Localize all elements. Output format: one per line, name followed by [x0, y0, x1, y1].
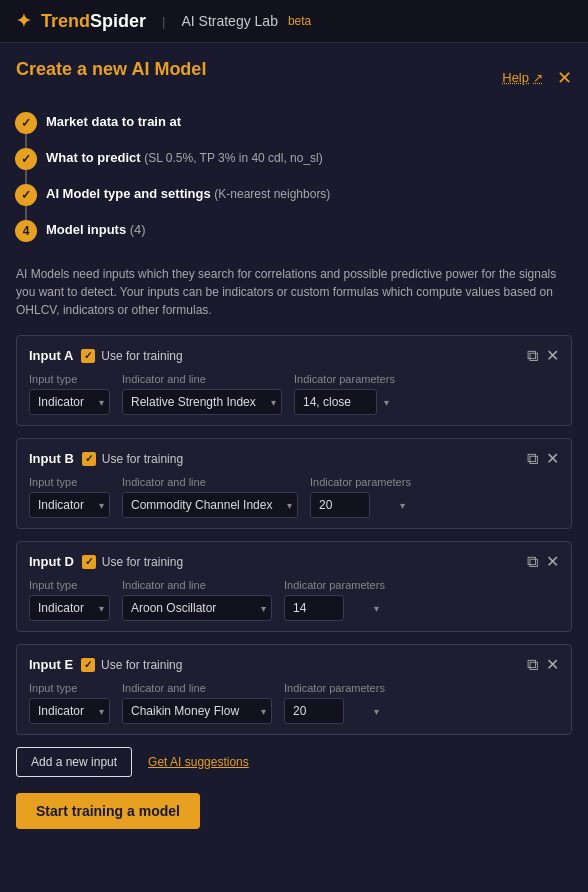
- params-select-d[interactable]: 14: [284, 595, 344, 621]
- input-header-left-e: Input E ✓ Use for training: [29, 657, 182, 672]
- type-label-e: Input type: [29, 682, 110, 694]
- type-label-d: Input type: [29, 579, 110, 591]
- checkbox-e: ✓ Use for training: [81, 658, 182, 672]
- field-group-indicator-e: Indicator and line Chaikin Money Flow ▾: [122, 682, 272, 724]
- step-content-4: Model inputs (4): [46, 220, 146, 249]
- copy-button-a[interactable]: ⧉: [527, 347, 538, 365]
- input-fields-d: Input type Indicator ▾ Indicator and lin…: [29, 579, 559, 621]
- type-label-b: Input type: [29, 476, 110, 488]
- step-connector-4: 4: [16, 220, 36, 242]
- logo-icon: ✦: [16, 10, 31, 32]
- step-item-4: 4 Model inputs (4): [16, 220, 572, 249]
- type-select-e[interactable]: Indicator: [29, 698, 110, 724]
- copy-button-e[interactable]: ⧉: [527, 656, 538, 674]
- input-header-a: Input A ✓ Use for training ⧉ ✕: [29, 346, 559, 365]
- step-connector-1: ✓: [16, 112, 36, 148]
- step-icon-3: ✓: [15, 184, 37, 206]
- checkbox-a: ✓ Use for training: [81, 349, 182, 363]
- start-training-button[interactable]: Start training a model: [16, 793, 200, 829]
- checkbox-icon-d[interactable]: ✓: [82, 555, 96, 569]
- indicator-label-d: Indicator and line: [122, 579, 272, 591]
- checkbox-d: ✓ Use for training: [82, 555, 183, 569]
- copy-button-d[interactable]: ⧉: [527, 553, 538, 571]
- input-block-a: Input A ✓ Use for training ⧉ ✕ Input typ…: [16, 335, 572, 426]
- params-select-arrow-b: ▾: [400, 500, 405, 511]
- step-subtitle-2: (SL 0.5%, TP 3% in 40 cdl, no_sl): [144, 151, 323, 165]
- indicator-select-wrapper-e: Chaikin Money Flow ▾: [122, 698, 272, 724]
- input-header-right-e: ⧉ ✕: [527, 655, 559, 674]
- step-subtitle-3: (K-nearest neighbors): [214, 187, 330, 201]
- type-select-b[interactable]: Indicator: [29, 492, 110, 518]
- step-line-2: [25, 170, 27, 184]
- params-label-d: Indicator parameters: [284, 579, 385, 591]
- input-header-left-a: Input A ✓ Use for training: [29, 348, 183, 363]
- help-link[interactable]: Help ↗: [502, 70, 543, 85]
- field-group-indicator-a: Indicator and line Relative Strength Ind…: [122, 373, 282, 415]
- input-header-right-a: ⧉ ✕: [527, 346, 559, 365]
- field-group-type-b: Input type Indicator ▾: [29, 476, 110, 518]
- step-item-2: ✓ What to predict (SL 0.5%, TP 3% in 40 …: [16, 148, 572, 184]
- delete-button-d[interactable]: ✕: [546, 552, 559, 571]
- page-header-row: Create a new AI Model Help ↗ ✕: [16, 59, 572, 96]
- indicator-select-a[interactable]: Relative Strength Index: [122, 389, 282, 415]
- type-select-wrapper-d: Indicator ▾: [29, 595, 110, 621]
- step-content-3: AI Model type and settings (K-nearest ne…: [46, 184, 330, 213]
- close-button[interactable]: ✕: [557, 67, 572, 89]
- indicator-label-e: Indicator and line: [122, 682, 272, 694]
- checkbox-icon-e[interactable]: ✓: [81, 658, 95, 672]
- checkbox-icon-b[interactable]: ✓: [82, 452, 96, 466]
- field-group-type-a: Input type Indicator ▾: [29, 373, 110, 415]
- input-label-d: Input D: [29, 554, 74, 569]
- params-select-e[interactable]: 20: [284, 698, 344, 724]
- params-select-wrapper-a: 14, close ▾: [294, 389, 395, 415]
- field-group-params-e: Indicator parameters 20 ▾: [284, 682, 385, 724]
- checkbox-icon-a[interactable]: ✓: [81, 349, 95, 363]
- field-group-params-d: Indicator parameters 14 ▾: [284, 579, 385, 621]
- step-title-3: AI Model type and settings: [46, 186, 211, 201]
- field-group-type-d: Input type Indicator ▾: [29, 579, 110, 621]
- type-select-a[interactable]: Indicator: [29, 389, 110, 415]
- input-label-b: Input B: [29, 451, 74, 466]
- field-group-indicator-b: Indicator and line Commodity Channel Ind…: [122, 476, 298, 518]
- field-group-type-e: Input type Indicator ▾: [29, 682, 110, 724]
- indicator-select-e[interactable]: Chaikin Money Flow: [122, 698, 272, 724]
- input-header-left-b: Input B ✓ Use for training: [29, 451, 183, 466]
- type-select-d[interactable]: Indicator: [29, 595, 110, 621]
- step-content-1: Market data to train at: [46, 112, 181, 141]
- use-training-label-d: Use for training: [102, 555, 183, 569]
- input-fields-e: Input type Indicator ▾ Indicator and lin…: [29, 682, 559, 724]
- field-group-params-b: Indicator parameters 20 ▾: [310, 476, 411, 518]
- input-block-e: Input E ✓ Use for training ⧉ ✕ Input typ…: [16, 644, 572, 735]
- indicator-select-wrapper-b: Commodity Channel Index ▾: [122, 492, 298, 518]
- step-content-2: What to predict (SL 0.5%, TP 3% in 40 cd…: [46, 148, 323, 177]
- indicator-label-b: Indicator and line: [122, 476, 298, 488]
- delete-button-a[interactable]: ✕: [546, 346, 559, 365]
- delete-button-e[interactable]: ✕: [546, 655, 559, 674]
- ai-suggestions-button[interactable]: Get AI suggestions: [148, 755, 249, 769]
- input-header-right-b: ⧉ ✕: [527, 449, 559, 468]
- indicator-select-wrapper-d: Aroon Oscillator ▾: [122, 595, 272, 621]
- params-select-b[interactable]: 20: [310, 492, 370, 518]
- field-group-params-a: Indicator parameters 14, close ▾: [294, 373, 395, 415]
- params-select-arrow-d: ▾: [374, 603, 379, 614]
- input-header-right-d: ⧉ ✕: [527, 552, 559, 571]
- step-list: ✓ Market data to train at ✓ What to pred…: [16, 112, 572, 249]
- field-group-indicator-d: Indicator and line Aroon Oscillator ▾: [122, 579, 272, 621]
- indicator-select-b[interactable]: Commodity Channel Index: [122, 492, 298, 518]
- step-icon-4: 4: [15, 220, 37, 242]
- input-header-e: Input E ✓ Use for training ⧉ ✕: [29, 655, 559, 674]
- params-select-wrapper-e: 20 ▾: [284, 698, 385, 724]
- app-header: ✦ TrendSpider | AI Strategy Lab beta: [0, 0, 588, 43]
- indicator-select-d[interactable]: Aroon Oscillator: [122, 595, 272, 621]
- input-label-a: Input A: [29, 348, 73, 363]
- use-training-label-e: Use for training: [101, 658, 182, 672]
- add-input-button[interactable]: Add a new input: [16, 747, 132, 777]
- input-header-d: Input D ✓ Use for training ⧉ ✕: [29, 552, 559, 571]
- delete-button-b[interactable]: ✕: [546, 449, 559, 468]
- step-item-1: ✓ Market data to train at: [16, 112, 572, 148]
- copy-button-b[interactable]: ⧉: [527, 450, 538, 468]
- params-select-a[interactable]: 14, close: [294, 389, 377, 415]
- type-select-wrapper-a: Indicator ▾: [29, 389, 110, 415]
- params-label-e: Indicator parameters: [284, 682, 385, 694]
- params-label-a: Indicator parameters: [294, 373, 395, 385]
